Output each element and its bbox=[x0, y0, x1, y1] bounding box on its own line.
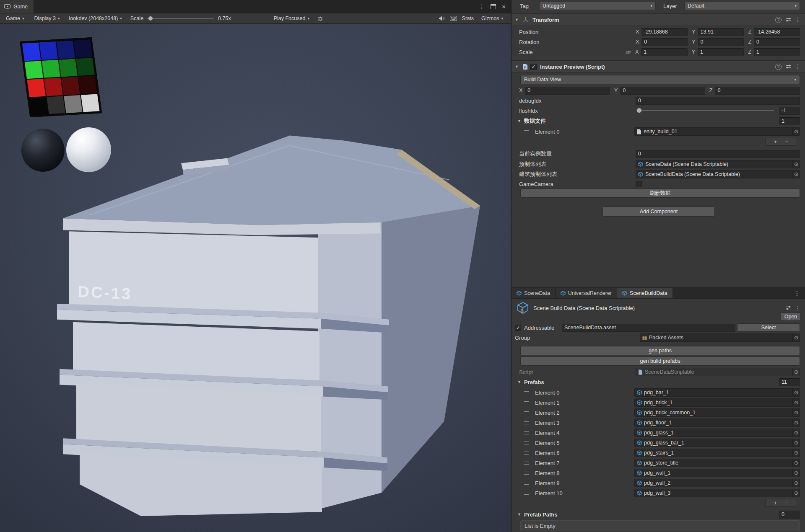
data-files-foldout-row[interactable]: ▼ 数据文件 bbox=[512, 116, 805, 126]
foldout-icon[interactable]: ▼ bbox=[517, 119, 522, 123]
vector-z-field[interactable] bbox=[715, 87, 800, 95]
drag-handle-icon[interactable] bbox=[524, 452, 529, 455]
drag-handle-icon[interactable] bbox=[524, 492, 529, 495]
drag-handle-icon[interactable] bbox=[524, 431, 529, 434]
object-field[interactable]: pdg_wall_1 ⊙ bbox=[634, 469, 800, 477]
object-picker-icon[interactable]: ⊙ bbox=[792, 389, 800, 396]
drag-handle-icon[interactable] bbox=[524, 442, 529, 444]
drag-handle-icon[interactable] bbox=[524, 130, 529, 133]
object-picker-icon[interactable]: ⊙ bbox=[792, 489, 800, 497]
game-viewport[interactable]: DC-13 bbox=[0, 24, 511, 532]
scale-y-field[interactable] bbox=[698, 48, 744, 56]
object-picker-icon[interactable]: ⊙ bbox=[792, 419, 800, 426]
object-picker-icon[interactable]: ⊙ bbox=[792, 160, 800, 168]
list-item[interactable]: Element 3 pdg_floor_1 ⊙ bbox=[512, 418, 805, 428]
list-item[interactable]: Element 4 pdg_glass_1 ⊙ bbox=[512, 428, 805, 438]
object-field[interactable]: pdg_store_title ⊙ bbox=[634, 459, 800, 467]
object-field[interactable]: enity_build_01 ⊙ bbox=[634, 127, 800, 136]
list-item[interactable]: Element 0 pdg_bar_1 ⊙ bbox=[512, 387, 805, 398]
object-field[interactable]: pdg_wall_3 ⊙ bbox=[634, 489, 800, 497]
tag-dropdown[interactable]: Untagged▾ bbox=[539, 2, 656, 10]
presets-icon[interactable] bbox=[785, 64, 791, 70]
foldout-icon[interactable]: ▼ bbox=[517, 512, 522, 517]
object-field[interactable]: SceneData (Scene Data Scriptable) ⊙ bbox=[636, 160, 800, 168]
prefabs-size-field[interactable] bbox=[779, 378, 800, 386]
kebab-icon[interactable]: ⋮ bbox=[794, 290, 805, 296]
maximize-window-icon[interactable] bbox=[491, 4, 496, 9]
prefab-paths-size-field[interactable] bbox=[779, 511, 800, 519]
instance-count-field[interactable] bbox=[636, 150, 800, 158]
group-field[interactable]: Packed Assets ⊙ bbox=[640, 333, 800, 342]
help-icon[interactable]: ? bbox=[775, 17, 782, 23]
object-picker-icon[interactable]: ⊙ bbox=[792, 429, 800, 436]
scale-z-field[interactable] bbox=[754, 48, 800, 56]
open-button[interactable]: Open bbox=[781, 312, 801, 321]
presets-icon[interactable] bbox=[785, 17, 791, 23]
position-x-field[interactable] bbox=[641, 28, 688, 36]
list-item[interactable]: Element 8 pdg_wall_1 ⊙ bbox=[512, 468, 805, 478]
list-item[interactable]: Element 1 pdg_brick_1 ⊙ bbox=[512, 398, 805, 408]
refresh-data-button[interactable]: 刷新数据 bbox=[520, 189, 800, 198]
slider-handle[interactable] bbox=[148, 16, 153, 21]
object-field[interactable]: SceneBuildData (Scene Data Scriptable) ⊙ bbox=[636, 170, 800, 178]
select-button[interactable]: Select bbox=[737, 323, 800, 332]
remove-element-button[interactable]: − bbox=[785, 500, 789, 506]
add-component-button[interactable]: Add Component bbox=[602, 207, 715, 217]
rotation-x-field[interactable] bbox=[641, 38, 688, 46]
object-field[interactable]: pdg_brick_1 ⊙ bbox=[634, 398, 800, 407]
build-data-view-dropdown[interactable]: Build Data View ▾ bbox=[520, 75, 800, 84]
list-item[interactable]: Element 7 pdg_store_title ⊙ bbox=[512, 458, 805, 468]
object-picker-icon[interactable]: ⊙ bbox=[792, 469, 800, 477]
object-picker-icon[interactable]: ⊙ bbox=[792, 449, 800, 457]
position-z-field[interactable] bbox=[754, 28, 800, 36]
gen-build-prefabs-button[interactable]: gen bulid prefabs bbox=[520, 356, 800, 366]
foldout-icon[interactable]: ▼ bbox=[515, 18, 520, 22]
object-picker-icon[interactable]: ⊙ bbox=[792, 399, 800, 406]
list-item[interactable]: Element 9 pdg_wall_2 ⊙ bbox=[512, 478, 805, 488]
kebab-icon[interactable]: ⋮ bbox=[795, 64, 801, 70]
remove-element-button[interactable]: − bbox=[785, 139, 789, 145]
object-field[interactable]: pdg_bar_1 ⊙ bbox=[634, 388, 800, 397]
object-picker-icon[interactable]: ⊙ bbox=[792, 439, 800, 447]
close-window-icon[interactable]: × bbox=[502, 3, 506, 10]
drag-handle-icon[interactable] bbox=[524, 482, 529, 485]
slider-handle[interactable] bbox=[637, 108, 641, 113]
vector-x-field[interactable] bbox=[525, 87, 610, 95]
gizmos-dropdown[interactable]: Gizmos▾ bbox=[479, 14, 506, 23]
object-picker-icon[interactable]: ⊙ bbox=[792, 128, 800, 135]
constrain-proportions-icon[interactable] bbox=[626, 49, 631, 55]
object-field[interactable]: pdg_floor_1 ⊙ bbox=[634, 418, 800, 427]
flushidx-field[interactable] bbox=[779, 107, 800, 115]
list-item[interactable]: Element 10 pdg_wall_3 ⊙ bbox=[512, 488, 805, 498]
scale-x-field[interactable] bbox=[641, 48, 687, 56]
list-item[interactable]: Element 2 pdg_brick_common_1 ⊙ bbox=[512, 408, 805, 418]
tab-game[interactable]: Game bbox=[0, 0, 34, 13]
object-picker-icon[interactable]: ⊙ bbox=[792, 409, 800, 416]
help-icon[interactable]: ? bbox=[775, 64, 782, 70]
data-files-size-field[interactable] bbox=[779, 117, 800, 125]
component-enabled-checkbox[interactable]: ✓ bbox=[530, 64, 537, 70]
flushidx-slider[interactable] bbox=[636, 107, 775, 114]
add-element-button[interactable]: + bbox=[774, 139, 777, 145]
debug-icon[interactable] bbox=[317, 15, 324, 22]
drag-handle-icon[interactable] bbox=[524, 411, 529, 414]
transform-header[interactable]: ▼ Transform ? ⋮ bbox=[512, 13, 805, 26]
vector-y-field[interactable] bbox=[620, 87, 705, 95]
asset-tab[interactable]: UniversalRenderer bbox=[556, 288, 617, 298]
presets-icon[interactable] bbox=[785, 305, 791, 311]
add-element-button[interactable]: + bbox=[774, 500, 777, 506]
object-field[interactable]: pdg_wall_2 ⊙ bbox=[634, 479, 800, 487]
stats-button[interactable]: Stats bbox=[462, 15, 474, 21]
position-y-field[interactable] bbox=[698, 28, 744, 36]
scale-slider[interactable] bbox=[147, 15, 214, 22]
mute-audio-icon[interactable] bbox=[438, 15, 445, 21]
debugidx-field[interactable] bbox=[636, 97, 800, 105]
addressable-checkbox[interactable]: ✓ bbox=[515, 325, 521, 331]
prefab-paths-foldout-row[interactable]: ▼ Prefab Paths bbox=[512, 509, 805, 519]
drag-handle-icon[interactable] bbox=[524, 462, 529, 465]
addressable-field[interactable] bbox=[562, 324, 735, 332]
drag-handle-icon[interactable] bbox=[524, 421, 529, 424]
object-field[interactable]: pdg_glass_1 ⊙ bbox=[634, 429, 800, 437]
list-item[interactable]: Element 6 pdg_stairs_1 ⊙ bbox=[512, 448, 805, 458]
foldout-icon[interactable]: ▼ bbox=[515, 65, 520, 69]
